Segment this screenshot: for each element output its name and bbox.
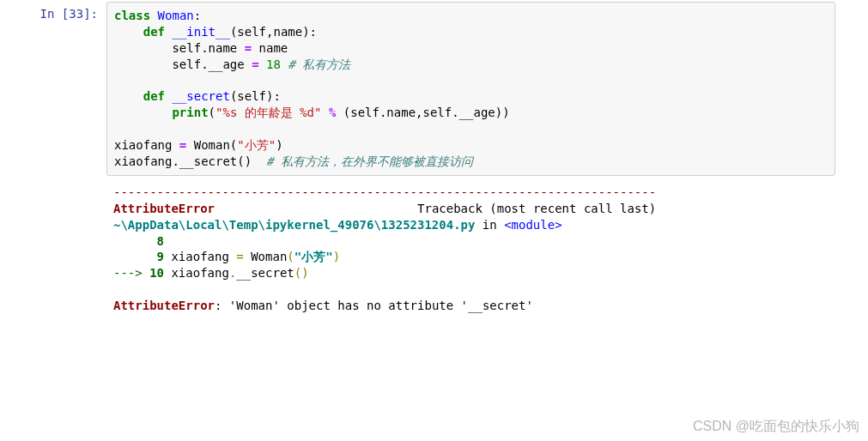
tb-op: ( [287, 250, 294, 263]
op-eq: = [252, 57, 258, 71]
tb-lineno: 8 [157, 234, 164, 248]
rparen: ) [276, 138, 282, 152]
tb-op: ) [333, 250, 340, 263]
prompt-exec-count: [33]: [62, 7, 98, 21]
op-eq: = [245, 41, 252, 55]
tb-traceback: Traceback (most recent call last) [417, 202, 656, 215]
tb-op: ( [294, 266, 301, 280]
space [259, 57, 266, 71]
tb-arrow: ---> [113, 266, 149, 280]
init-params: (self,name): [230, 25, 317, 39]
error-output: ----------------------------------------… [106, 176, 835, 317]
tb-code: Woman [244, 250, 288, 263]
code-line: self.__age [114, 57, 252, 71]
comment: # 私有方法 [288, 57, 350, 71]
tb-string: "小芳" [294, 250, 333, 263]
secret-params: (self): [230, 89, 281, 103]
code-area: class Woman: def __init__(self,name): se… [106, 2, 868, 317]
kw-print: print [172, 106, 208, 119]
code-line: self.name [114, 41, 245, 55]
tb-pad [113, 234, 157, 248]
tb-error-msg: : 'Woman' object has no attribute '__sec… [215, 299, 533, 312]
tb-dash: ----------------------------------------… [113, 185, 656, 199]
tb-code: xiaofang [164, 266, 229, 280]
code-input[interactable]: class Woman: def __init__(self,name): se… [106, 2, 835, 176]
string-literal: "小芳" [237, 138, 276, 152]
watermark: CSDN @吃面包的快乐小狗 [693, 418, 859, 436]
method-secret: __secret [172, 89, 229, 103]
kw-class: class [114, 9, 150, 22]
tb-in: in [475, 218, 504, 232]
code-line: xiaofang.__secret() [114, 154, 266, 168]
method-init: __init__ [172, 25, 229, 39]
code-line: name [252, 41, 288, 55]
tb-op: ) [301, 266, 308, 280]
tb-lineno: 10 [149, 266, 164, 280]
tb-error-name: AttributeError [113, 299, 215, 312]
tb-lineno: 9 [157, 250, 164, 263]
colon: : [194, 9, 201, 22]
tb-path: ~\AppData\Local\Temp\ipykernel_49076\132… [113, 218, 475, 232]
kw-def: def [143, 89, 165, 103]
notebook: In [33]: class Woman: def __init__(self,… [0, 0, 868, 317]
class-name: Woman [158, 9, 194, 22]
in-prompt: In [33]: [40, 7, 98, 21]
tb-op: = [236, 250, 243, 263]
kw-def: def [143, 25, 165, 39]
code-cell: In [33]: class Woman: def __init__(self,… [0, 2, 868, 317]
comment: # 私有方法，在外界不能够被直接访问 [266, 154, 473, 168]
tb-module: <module> [504, 218, 561, 232]
code-line: Woman( [186, 138, 237, 152]
tb-pad [113, 250, 157, 263]
number-literal: 18 [266, 57, 281, 71]
prompt-area: In [33]: [0, 2, 106, 317]
string-literal: "%s 的年龄是 %d" [215, 106, 321, 119]
tb-error-name: AttributeError [113, 202, 215, 215]
code-line: xiaofang [114, 138, 179, 152]
tb-code: __secret [236, 266, 294, 280]
print-args: (self.name,self.__age)) [336, 106, 509, 119]
prompt-in-label: In [40, 7, 55, 21]
tb-code: xiaofang [164, 250, 236, 263]
